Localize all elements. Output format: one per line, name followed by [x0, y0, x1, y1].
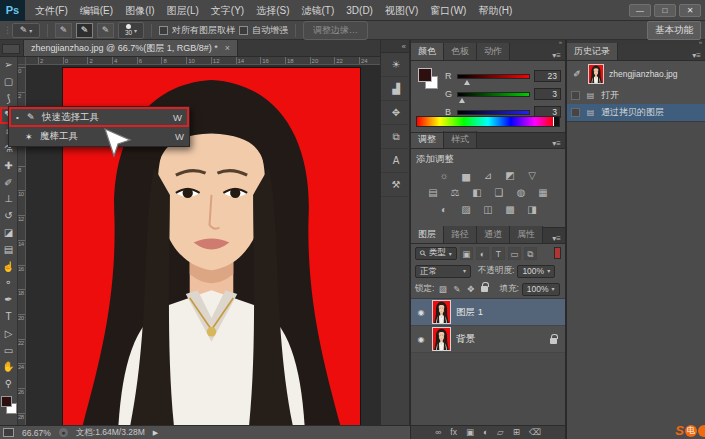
menu-item[interactable]: 图层(L) — [161, 0, 205, 21]
shape-layer-filter-icon[interactable]: ▭ — [508, 247, 521, 260]
red-value-field[interactable]: 23 — [534, 70, 561, 82]
new-layer-icon[interactable]: ⊞ — [513, 426, 520, 439]
link-layers-icon[interactable]: ∞ — [435, 426, 441, 439]
layer-row-background[interactable]: ◉ 背景 — [411, 326, 565, 353]
properties-dock-icon[interactable]: ☀ — [381, 53, 411, 77]
adjustment-layer-filter-icon[interactable]: ◐ — [476, 247, 489, 260]
blue-slider[interactable] — [457, 110, 530, 115]
clone-source-dock-icon[interactable]: ✥ — [381, 101, 411, 125]
zoom-level-field[interactable]: 66.67% — [22, 428, 51, 438]
brush-tool[interactable]: ✐ — [0, 175, 18, 192]
hue-saturation-icon[interactable]: ▤ — [426, 186, 441, 199]
layer-thumbnail[interactable] — [432, 300, 451, 324]
layer-thumbnail[interactable] — [432, 327, 451, 351]
history-source-checkbox[interactable] — [571, 108, 580, 117]
vibrance-icon[interactable]: ▽ — [525, 169, 540, 182]
subtract-from-selection-button[interactable]: ✎ — [97, 23, 114, 38]
panel-tab[interactable]: 调整 — [411, 131, 444, 148]
brightness-contrast-icon[interactable]: ☼ — [437, 169, 452, 182]
ruler-origin-corner[interactable] — [18, 57, 26, 65]
zoom-tool[interactable]: ⚲ — [0, 376, 18, 393]
rectangular-marquee-tool[interactable]: ▢ — [0, 74, 18, 91]
panel-tab[interactable]: 属性 — [510, 226, 543, 243]
sample-all-layers-checkbox[interactable] — [159, 26, 168, 35]
minimize-button[interactable]: — — [629, 4, 651, 17]
invert-icon[interactable]: ◐ — [437, 203, 452, 216]
green-slider[interactable] — [457, 92, 530, 97]
curves-icon[interactable]: ⊿ — [481, 169, 496, 182]
photo-filter-icon[interactable]: ❑ — [492, 186, 507, 199]
layer-filter-type-picker[interactable]: ⚲类型▾ — [415, 247, 457, 260]
threshold-icon[interactable]: ◫ — [481, 203, 496, 216]
options-grip[interactable]: ⋮⋮ — [3, 26, 8, 34]
menu-item[interactable]: 帮助(H) — [472, 0, 518, 21]
dock-collapse-chevron[interactable]: « — [381, 40, 409, 53]
menu-item[interactable]: 图像(I) — [119, 0, 160, 21]
menu-item[interactable]: 窗口(W) — [424, 0, 472, 21]
panel-tab[interactable]: 动作 — [477, 43, 510, 60]
lock-image-pixels-icon[interactable]: ✎ — [451, 284, 462, 294]
refine-edge-button[interactable]: 调整边缘… — [303, 21, 368, 40]
hand-tool[interactable]: ✋ — [0, 359, 18, 376]
panel-tab[interactable]: 路径 — [444, 226, 477, 243]
levels-icon[interactable]: ▅ — [459, 169, 474, 182]
spot-healing-brush-tool[interactable]: ✚ — [0, 158, 18, 175]
color-spectrum-ramp[interactable] — [416, 116, 560, 127]
panel-tab[interactable]: 色板 — [444, 43, 477, 60]
rectangle-tool[interactable]: ▭ — [0, 343, 18, 360]
screen-mode-icon[interactable] — [3, 428, 14, 437]
color-balance-icon[interactable]: ⚖ — [448, 186, 463, 199]
character-dock-icon[interactable]: A — [381, 149, 411, 173]
history-source-checkbox[interactable] — [571, 91, 580, 100]
gradient-map-icon[interactable]: ▩ — [503, 203, 518, 216]
smudge-tool[interactable]: ☝ — [0, 259, 18, 276]
type-tool[interactable]: T — [0, 309, 18, 326]
auto-enhance-checkbox[interactable] — [239, 26, 248, 35]
flyout-item-magic-wand[interactable]: ✶ 魔棒工具 W — [9, 127, 189, 146]
slider-thumb[interactable] — [459, 98, 465, 103]
panel-tab[interactable]: 通道 — [477, 226, 510, 243]
selective-color-icon[interactable]: ◨ — [525, 203, 540, 216]
color-lookup-icon[interactable]: ▦ — [536, 186, 551, 199]
type-layer-filter-icon[interactable]: T — [492, 247, 505, 260]
layer-comps-dock-icon[interactable]: ⧉ — [381, 125, 411, 149]
panel-menu-icon[interactable]: ▾≡ — [552, 51, 565, 60]
menu-item[interactable]: 文件(F) — [29, 0, 74, 21]
lock-transparent-pixels-icon[interactable]: ▨ — [437, 284, 448, 294]
status-options-arrow[interactable]: ▶ — [153, 429, 158, 437]
fill-field[interactable]: 100%▾ — [522, 283, 560, 296]
menu-item[interactable]: 3D(D) — [340, 0, 379, 21]
maximize-button[interactable]: □ — [654, 4, 676, 17]
visibility-eye-icon[interactable]: ◉ — [415, 335, 427, 344]
smart-object-filter-icon[interactable]: ⧉ — [524, 247, 537, 260]
panel-tab[interactable]: 样式 — [444, 131, 477, 148]
pixel-layer-filter-icon[interactable]: ▣ — [460, 247, 473, 260]
clone-stamp-tool[interactable]: ⊥ — [0, 191, 18, 208]
current-tool-preview[interactable]: ✎▾ — [12, 23, 40, 38]
channel-mixer-icon[interactable]: ◍ — [514, 186, 529, 199]
tab-close-icon[interactable]: × — [225, 43, 230, 53]
horizontal-ruler[interactable]: 2024681012141618202224 — [26, 57, 380, 65]
dodge-tool[interactable]: ⚬ — [0, 275, 18, 292]
panel-menu-icon[interactable]: ▾≡ — [552, 139, 565, 148]
lock-position-icon[interactable]: ✥ — [465, 284, 476, 294]
close-button[interactable]: ✕ — [679, 4, 701, 17]
black-white-icon[interactable]: ◧ — [470, 186, 485, 199]
layer-row-layer-1[interactable]: ◉ 图层 1 — [411, 299, 565, 326]
new-group-icon[interactable]: ▱ — [497, 426, 504, 439]
new-selection-button[interactable]: ✎ — [55, 23, 72, 38]
add-to-selection-button[interactable]: ✎ — [76, 23, 93, 38]
foreground-color-swatch[interactable] — [1, 396, 12, 407]
history-step-open[interactable]: ▤ 打开 — [567, 87, 705, 104]
layer-name[interactable]: 图层 1 — [456, 306, 483, 319]
new-adjustment-layer-icon[interactable]: ◐ — [483, 426, 488, 439]
exposure-icon[interactable]: ◩ — [503, 169, 518, 182]
menu-item[interactable]: 视图(V) — [379, 0, 424, 21]
opacity-field[interactable]: 100%▾ — [517, 265, 555, 278]
history-step-layer-via-copy[interactable]: ▤ 通过拷贝的图层 — [567, 104, 705, 121]
delete-layer-icon[interactable]: ⌫ — [529, 426, 541, 439]
menu-item[interactable]: 文字(Y) — [205, 0, 250, 21]
brush-size-picker[interactable]: 30 ▾ — [118, 22, 144, 39]
posterize-icon[interactable]: ▨ — [459, 203, 474, 216]
panel-menu-icon[interactable]: ▾≡ — [692, 51, 705, 60]
